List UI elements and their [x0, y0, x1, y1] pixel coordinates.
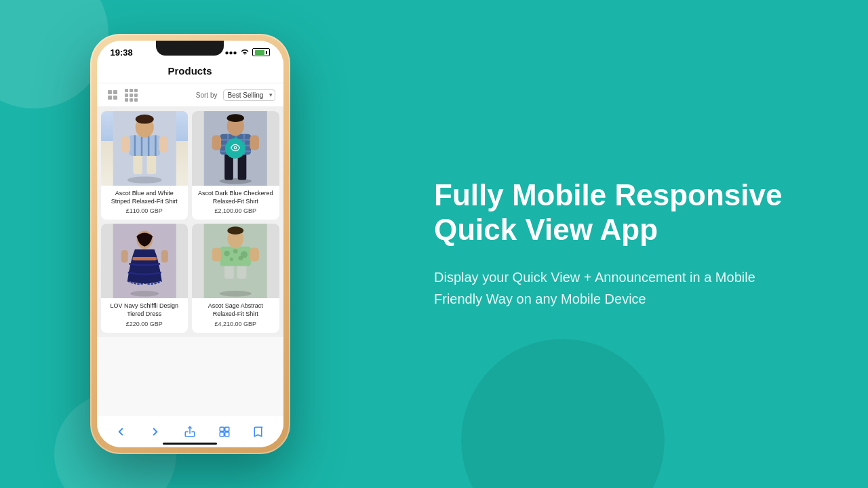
phone-screen: 19:38 ●●● Products [97, 41, 283, 447]
svg-rect-52 [225, 432, 229, 436]
svg-rect-9 [121, 136, 130, 152]
products-header: Products [97, 61, 283, 83]
product-image-1 [101, 111, 189, 186]
eye-icon [231, 143, 240, 155]
svg-rect-46 [250, 248, 259, 262]
status-time: 19:38 [111, 47, 133, 58]
sub-description: Display your Quick View + Announcement i… [434, 266, 787, 310]
main-heading: Fully Mobile Responsive Quick View App [434, 178, 787, 247]
quick-view-button-2[interactable] [225, 138, 245, 159]
phone-mockup-section: 19:38 ●●● Products [0, 0, 380, 488]
svg-rect-51 [220, 432, 224, 436]
svg-rect-32 [161, 250, 167, 263]
phone-content: Ascot Blue and White Striped Relaxed-Fit… [97, 107, 283, 447]
svg-point-30 [130, 291, 159, 296]
heading-line2: Quick View App [434, 213, 658, 246]
sort-dropdown[interactable]: Best Selling [223, 89, 275, 101]
status-icons: ●●● [224, 46, 269, 58]
phone-frame: 19:38 ●●● Products [90, 34, 290, 454]
phone-home-bar [163, 443, 217, 445]
product-price-3: £220.00 GBP [105, 321, 184, 327]
nav-tabs-button[interactable] [218, 426, 231, 438]
product-price-1: £110.00 GBP [105, 207, 184, 214]
svg-rect-10 [159, 136, 168, 152]
svg-rect-50 [225, 427, 229, 431]
svg-point-27 [227, 114, 244, 122]
signal-icon: ●●● [224, 49, 237, 56]
product-card-4: Ascot Sage Abstract Relaxed-Fit Shirt £4… [192, 224, 279, 332]
product-image-2 [192, 111, 279, 186]
svg-rect-31 [121, 250, 127, 263]
product-card-2: Ascot Dark Blue Checkered Relaxed-Fit Sh… [192, 111, 279, 220]
product-name-1: Ascot Blue and White Striped Relaxed-Fit… [105, 190, 184, 205]
product-card-1: Ascot Blue and White Striped Relaxed-Fit… [101, 111, 189, 220]
grid-2col-button[interactable] [105, 87, 120, 102]
product-price-2: £2,100.00 GBP [196, 207, 275, 214]
product-info-4: Ascot Sage Abstract Relaxed-Fit Shirt £4… [192, 298, 279, 332]
svg-rect-24 [212, 136, 222, 150]
heading-line1: Fully Mobile Responsive [434, 178, 782, 211]
product-price-4: £4,210.00 GBP [196, 321, 275, 327]
svg-rect-33 [132, 257, 157, 260]
svg-point-1 [127, 176, 161, 183]
svg-point-40 [224, 251, 229, 256]
product-name-2: Ascot Dark Blue Checkered Relaxed-Fit Sh… [196, 190, 275, 205]
product-info-2: Ascot Dark Blue Checkered Relaxed-Fit Sh… [192, 186, 279, 220]
product-image-4 [192, 224, 279, 298]
svg-rect-25 [250, 136, 259, 150]
sort-label: Sort by [196, 92, 218, 99]
svg-rect-45 [212, 248, 222, 262]
sort-dropdown-wrapper[interactable]: Best Selling [223, 89, 275, 101]
wifi-icon [240, 46, 250, 58]
svg-point-36 [220, 291, 252, 296]
product-name-4: Ascot Sage Abstract Relaxed-Fit Shirt [196, 302, 275, 318]
nav-back-button[interactable] [115, 426, 127, 438]
product-grid: Ascot Blue and White Striped Relaxed-Fit… [97, 107, 283, 337]
toolbar: Sort by Best Selling [97, 83, 283, 107]
product-card-3: LOV Navy Schiffli Design Tiered Dress £2… [101, 224, 189, 332]
marketing-section: Fully Mobile Responsive Quick View App D… [380, 0, 868, 488]
nav-forward-button[interactable] [149, 426, 161, 438]
phone-notch [156, 41, 224, 56]
svg-point-43 [230, 258, 233, 261]
nav-bookmark-button[interactable] [253, 426, 265, 438]
nav-share-button[interactable] [184, 426, 196, 438]
svg-point-12 [135, 115, 153, 124]
products-page-title: Products [167, 65, 212, 77]
svg-point-41 [233, 249, 238, 254]
svg-point-14 [220, 178, 252, 184]
svg-point-48 [227, 227, 243, 235]
product-img-blue-shirt [101, 111, 189, 186]
product-info-1: Ascot Blue and White Striped Relaxed-Fit… [101, 186, 189, 220]
svg-rect-49 [220, 427, 224, 431]
svg-point-44 [238, 256, 243, 261]
right-content: Fully Mobile Responsive Quick View App D… [434, 178, 787, 309]
svg-point-28 [235, 146, 237, 149]
product-name-3: LOV Navy Schiffli Design Tiered Dress [105, 302, 184, 318]
grid-view-icons [105, 87, 139, 102]
grid-3col-button[interactable] [124, 87, 139, 102]
product-info-3: LOV Navy Schiffli Design Tiered Dress £2… [101, 298, 189, 332]
battery-icon [252, 48, 270, 56]
product-image-3 [101, 224, 189, 298]
